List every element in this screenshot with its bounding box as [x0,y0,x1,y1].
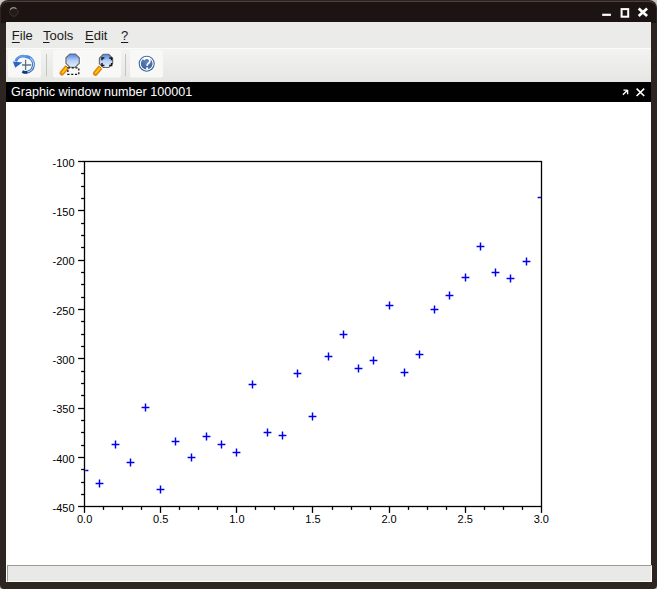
svg-text:1.0: 1.0 [229,513,244,525]
svg-text:-400: -400 [53,453,75,465]
svg-text:-350: -350 [53,403,75,415]
svg-text:-450: -450 [53,502,75,514]
svg-text:-200: -200 [53,255,75,267]
svg-text:-250: -250 [53,305,75,317]
svg-text:0.0: 0.0 [77,513,92,525]
svg-text:3.0: 3.0 [534,513,549,525]
svg-text:-150: -150 [53,206,75,218]
svg-text:-300: -300 [53,354,75,366]
svg-text:-100: -100 [53,157,75,169]
svg-text:0.5: 0.5 [153,513,168,525]
svg-text:1.5: 1.5 [305,513,320,525]
svg-text:2.0: 2.0 [381,513,396,525]
svg-text:2.5: 2.5 [458,513,473,525]
